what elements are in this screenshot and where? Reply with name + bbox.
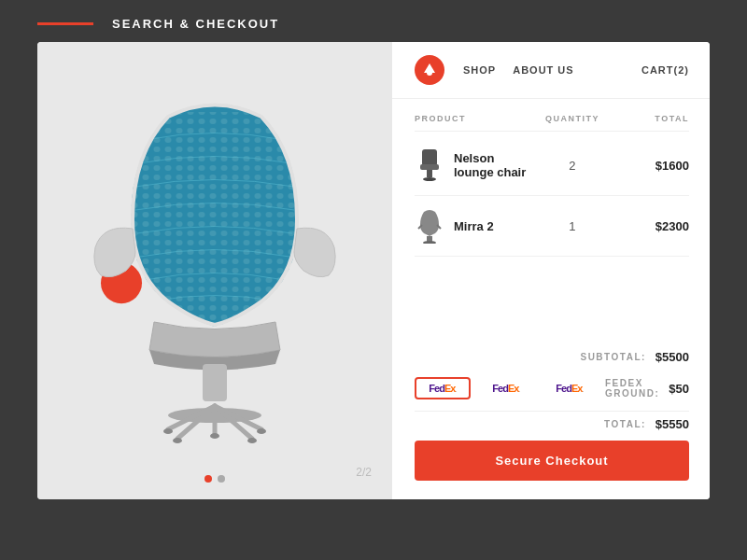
product-image-panel: 2/2 bbox=[37, 42, 392, 499]
subtotal-label: SUBTOTAL: bbox=[580, 352, 645, 362]
fedex-express-logo: FedEx. bbox=[492, 383, 519, 394]
chair-image-container bbox=[37, 42, 392, 499]
checkout-btn-container: Secure Checkout bbox=[392, 441, 710, 499]
chair-illustration bbox=[84, 98, 345, 443]
total-value: $5550 bbox=[655, 417, 689, 431]
col-product: PRODUCT bbox=[415, 114, 530, 123]
slide-dot-2[interactable] bbox=[218, 475, 225, 483]
fedex-ground-option[interactable]: FedEx. bbox=[415, 377, 471, 399]
logo-icon bbox=[420, 60, 439, 81]
fedex-cost-group: FEDEX GROUND: $50 bbox=[605, 378, 689, 399]
svg-rect-17 bbox=[427, 170, 432, 177]
svg-rect-2 bbox=[203, 364, 227, 401]
col-total: TOTAL bbox=[614, 114, 689, 123]
slide-counter: 2/2 bbox=[356, 466, 372, 479]
price-cell-1: $1600 bbox=[614, 159, 689, 173]
total-label: TOTAL: bbox=[604, 419, 646, 429]
product-thumb-2 bbox=[415, 207, 444, 245]
page-header: Search & Checkout bbox=[0, 0, 747, 42]
nav-links: SHOP ABOUT US bbox=[463, 64, 641, 76]
fedex-options: FedEx. FedEx. FedEx. bbox=[415, 377, 598, 399]
svg-point-9 bbox=[163, 428, 173, 434]
qty-cell-2: 1 bbox=[530, 219, 614, 233]
slide-dots bbox=[204, 475, 225, 483]
header-accent-line bbox=[37, 22, 93, 25]
slide-dot-1[interactable] bbox=[204, 475, 212, 483]
svg-point-12 bbox=[247, 438, 257, 443]
totals-section: SUBTOTAL: $5500 FedEx. FedEx. bbox=[392, 335, 710, 441]
nav-shop[interactable]: SHOP bbox=[463, 64, 496, 76]
nav-bar: SHOP ABOUT US CART(2) bbox=[392, 42, 710, 99]
svg-point-11 bbox=[173, 438, 182, 443]
product-name-2: Mirra 2 bbox=[454, 219, 494, 233]
fedex-row: FedEx. FedEx. FedEx. FED bbox=[415, 370, 689, 407]
table-row: Nelson lounge chair 2 $1600 bbox=[415, 135, 689, 196]
fedex-freight-option[interactable]: FedEx. bbox=[542, 377, 598, 399]
product-cell-1: Nelson lounge chair bbox=[415, 147, 530, 184]
svg-point-10 bbox=[257, 428, 266, 434]
table-row: Mirra 2 1 $2300 bbox=[415, 196, 689, 257]
svg-point-14 bbox=[427, 70, 432, 76]
secure-checkout-button[interactable]: Secure Checkout bbox=[415, 441, 689, 481]
subtotal-value: $5500 bbox=[655, 350, 689, 364]
total-row: TOTAL: $5550 bbox=[415, 411, 689, 441]
fedex-express-option[interactable]: FedEx. bbox=[478, 377, 534, 399]
product-name-1: Nelson lounge chair bbox=[454, 151, 530, 179]
page-title: Search & Checkout bbox=[112, 17, 279, 31]
subtotal-row: SUBTOTAL: $5500 bbox=[415, 344, 689, 370]
cart-table: PRODUCT QUANTITY TOTAL Nelson loung bbox=[392, 99, 710, 335]
svg-rect-1 bbox=[131, 112, 299, 331]
logo[interactable] bbox=[415, 55, 444, 85]
svg-point-13 bbox=[210, 433, 219, 439]
svg-rect-16 bbox=[420, 164, 439, 170]
main-card: 2/2 SHOP ABOUT US CART(2) bbox=[37, 42, 710, 499]
qty-cell-1: 2 bbox=[530, 159, 614, 173]
product-thumb-1 bbox=[415, 147, 444, 184]
col-quantity: QUANTITY bbox=[530, 114, 614, 123]
fedex-cost-label: FEDEX GROUND: bbox=[605, 378, 659, 399]
svg-rect-15 bbox=[422, 149, 437, 166]
table-header: PRODUCT QUANTITY TOTAL bbox=[415, 114, 689, 132]
price-cell-2: $2300 bbox=[614, 219, 689, 233]
svg-point-20 bbox=[423, 241, 436, 244]
svg-point-18 bbox=[423, 177, 436, 181]
fedex-ground-logo: FedEx. bbox=[429, 383, 456, 394]
fedex-freight-logo: FedEx. bbox=[556, 383, 583, 394]
checkout-panel: SHOP ABOUT US CART(2) PRODUCT QUANTITY T… bbox=[392, 42, 710, 499]
fedex-cost-value: $50 bbox=[669, 382, 689, 396]
product-cell-2: Mirra 2 bbox=[415, 207, 530, 245]
nav-cart[interactable]: CART(2) bbox=[641, 64, 689, 76]
nav-about[interactable]: ABOUT US bbox=[513, 64, 573, 76]
